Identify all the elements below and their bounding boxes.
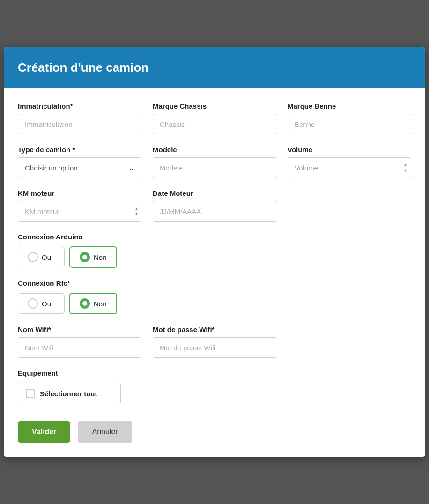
radio-group-arduino: Oui Non <box>18 246 411 268</box>
row-2: Type de camion * Choisir un option ⌄ Mod… <box>18 146 411 178</box>
km-spinner-down-icon[interactable]: ▼ <box>134 212 139 216</box>
label-mot-de-passe-wifi: Mot de passe Wifi* <box>153 326 276 334</box>
select-volume[interactable]: Volume <box>288 157 411 178</box>
radio-arduino-oui[interactable]: Oui <box>18 247 65 267</box>
label-type-camion: Type de camion * <box>18 146 141 154</box>
row-1: Immatriculation* Marque Chassis Marque B… <box>18 102 411 134</box>
row-3: KM moteur ▲ ▼ Date Moteur <box>18 189 411 222</box>
section-connexion-arduino: Connexion Arduino Oui Non <box>18 233 411 268</box>
section-connexion-rfc: Connexion Rfc* Oui Non <box>18 279 411 314</box>
group-empty <box>288 189 411 222</box>
checkbox-select-all[interactable]: Sélectionner tout <box>18 383 121 404</box>
section-equipement: Equipement Sélectionner tout <box>18 369 411 404</box>
select-wrapper-type: Choisir un option ⌄ <box>18 157 141 178</box>
annuler-button[interactable]: Annuler <box>78 421 132 443</box>
group-marque-benne: Marque Benne <box>288 102 411 134</box>
km-spinners: ▲ ▼ <box>134 207 139 216</box>
label-km-moteur: KM moteur <box>18 189 141 197</box>
input-date-moteur[interactable] <box>153 201 276 222</box>
label-equipement: Equipement <box>18 369 411 377</box>
radio-label-rfc-non: Non <box>94 300 107 308</box>
input-mot-de-passe-wifi[interactable] <box>153 337 276 358</box>
spinner-up-icon[interactable]: ▲ <box>403 163 407 168</box>
row-wifi: Nom Wifi* Mot de passe Wifi* <box>18 326 411 358</box>
input-km-moteur[interactable] <box>18 201 141 222</box>
form-actions: Valider Annuler <box>18 421 411 443</box>
volume-wrapper: Volume ▲ ▼ <box>288 157 411 178</box>
label-date-moteur: Date Moteur <box>153 189 276 197</box>
input-nom-wifi[interactable] <box>18 337 141 358</box>
label-nom-wifi: Nom Wifi* <box>18 326 141 334</box>
spinner-down-icon[interactable]: ▼ <box>403 168 407 173</box>
group-km-moteur: KM moteur ▲ ▼ <box>18 189 141 222</box>
radio-label-arduino-non: Non <box>94 253 107 261</box>
label-volume: Volume <box>288 146 411 154</box>
label-immatriculation: Immatriculation* <box>18 102 141 110</box>
label-marque-chassis: Marque Chassis <box>153 102 276 110</box>
group-modele: Modele <box>153 146 276 178</box>
label-connexion-rfc: Connexion Rfc* <box>18 279 411 287</box>
group-immatriculation: Immatriculation* <box>18 102 141 134</box>
group-empty-2 <box>288 326 411 358</box>
radio-rfc-oui[interactable]: Oui <box>18 293 65 314</box>
input-marque-chassis[interactable] <box>153 114 276 134</box>
modal-header: Création d'une camion <box>4 47 425 88</box>
group-date-moteur: Date Moteur <box>153 189 276 222</box>
input-immatriculation[interactable] <box>18 114 141 134</box>
input-modele[interactable] <box>153 157 276 178</box>
radio-label-arduino-oui: Oui <box>42 253 52 261</box>
radio-circle-arduino-non <box>80 252 90 262</box>
group-volume: Volume Volume ▲ ▼ <box>288 146 411 178</box>
label-connexion-arduino: Connexion Arduino <box>18 233 411 241</box>
modal-body: Immatriculation* Marque Chassis Marque B… <box>4 88 425 457</box>
radio-circle-rfc-oui <box>28 298 38 309</box>
radio-rfc-non[interactable]: Non <box>69 293 117 314</box>
km-spinner-wrapper: ▲ ▼ <box>18 201 141 222</box>
radio-circle-arduino-oui <box>28 252 38 262</box>
radio-group-rfc: Oui Non <box>18 293 411 314</box>
group-nom-wifi: Nom Wifi* <box>18 326 141 358</box>
group-marque-chassis: Marque Chassis <box>153 102 276 134</box>
group-type-camion: Type de camion * Choisir un option ⌄ <box>18 146 141 178</box>
label-modele: Modele <box>153 146 276 154</box>
km-spinner-up-icon[interactable]: ▲ <box>134 207 139 211</box>
radio-arduino-non[interactable]: Non <box>69 246 117 268</box>
radio-label-rfc-oui: Oui <box>42 300 52 308</box>
valider-button[interactable]: Valider <box>18 421 70 443</box>
label-marque-benne: Marque Benne <box>288 102 411 110</box>
checkbox-icon <box>26 389 35 398</box>
page-title: Création d'une camion <box>18 60 411 75</box>
volume-spinners: ▲ ▼ <box>403 163 407 173</box>
modal-container: Création d'une camion Immatriculation* M… <box>4 47 425 457</box>
checkbox-label-select-all: Sélectionner tout <box>40 390 97 398</box>
input-marque-benne[interactable] <box>288 114 411 134</box>
select-type-camion[interactable]: Choisir un option <box>18 157 141 178</box>
group-mot-de-passe-wifi: Mot de passe Wifi* <box>153 326 276 358</box>
radio-circle-rfc-non <box>80 298 90 309</box>
